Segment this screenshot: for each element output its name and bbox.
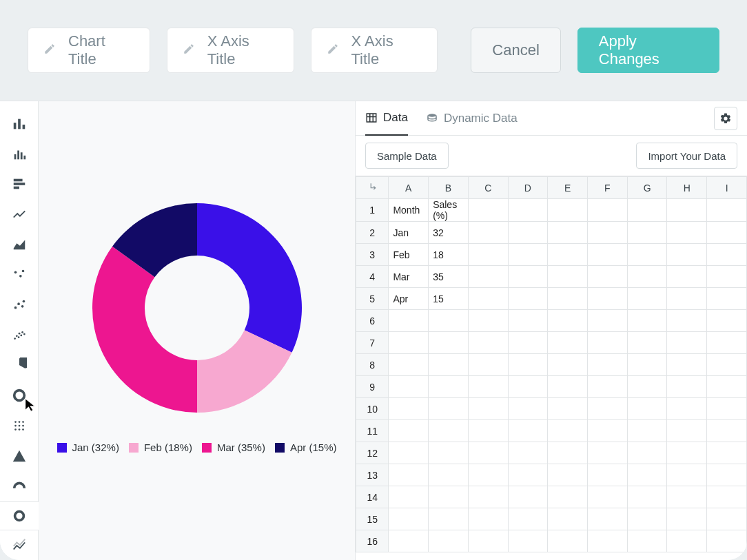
cell-C4[interactable] — [468, 266, 508, 288]
cell-I6[interactable] — [707, 310, 747, 332]
bar-chart-button[interactable] — [0, 110, 39, 138]
cell-A3[interactable]: Feb — [389, 244, 429, 266]
cell-G15[interactable] — [627, 508, 667, 530]
cell-G2[interactable] — [627, 222, 667, 244]
cell-A5[interactable]: Apr — [389, 288, 429, 310]
cell-A4[interactable]: Mar — [389, 266, 429, 288]
cell-H3[interactable] — [667, 244, 707, 266]
row-header-7[interactable]: 7 — [356, 332, 389, 354]
cell-H10[interactable] — [667, 398, 707, 420]
cell-B2[interactable]: 32 — [429, 222, 469, 244]
cell-D6[interactable] — [508, 310, 548, 332]
cell-A13[interactable] — [389, 464, 429, 486]
cell-I1[interactable] — [707, 199, 747, 222]
cell-G13[interactable] — [627, 464, 667, 486]
row-header-3[interactable]: 3 — [356, 244, 389, 266]
cell-C11[interactable] — [468, 420, 508, 442]
cell-A7[interactable] — [389, 332, 429, 354]
row-header-5[interactable]: 5 — [356, 288, 389, 310]
cell-G9[interactable] — [627, 376, 667, 398]
cell-G14[interactable] — [627, 486, 667, 508]
cell-E15[interactable] — [548, 508, 588, 530]
sample-data-button[interactable]: Sample Data — [365, 143, 449, 169]
cell-B13[interactable] — [429, 464, 469, 486]
cell-C13[interactable] — [468, 464, 508, 486]
bubble-chart-button[interactable] — [0, 291, 39, 320]
cell-H7[interactable] — [667, 332, 707, 354]
cell-E11[interactable] — [548, 420, 588, 442]
cell-B10[interactable] — [429, 398, 469, 420]
cell-I4[interactable] — [707, 266, 747, 288]
cell-C7[interactable] — [468, 332, 508, 354]
cell-A15[interactable] — [389, 508, 429, 530]
cell-I11[interactable] — [707, 420, 747, 442]
cell-C14[interactable] — [468, 486, 508, 508]
row-header-14[interactable]: 14 — [356, 486, 389, 508]
row-header-1[interactable]: 1 — [356, 199, 389, 222]
row-header-9[interactable]: 9 — [356, 376, 389, 398]
cancel-button[interactable]: Cancel — [471, 28, 560, 73]
cell-G11[interactable] — [627, 420, 667, 442]
cell-F4[interactable] — [588, 266, 628, 288]
cell-F15[interactable] — [588, 508, 628, 530]
cell-D8[interactable] — [508, 354, 548, 376]
cell-H1[interactable] — [667, 199, 707, 222]
row-header-2[interactable]: 2 — [356, 222, 389, 244]
cell-E9[interactable] — [548, 376, 588, 398]
cell-E3[interactable] — [548, 244, 588, 266]
sheet-corner[interactable] — [356, 177, 389, 199]
col-header-I[interactable]: I — [707, 177, 747, 199]
cell-G4[interactable] — [627, 266, 667, 288]
cell-B7[interactable] — [429, 332, 469, 354]
row-header-11[interactable]: 11 — [356, 420, 389, 442]
cell-D15[interactable] — [508, 508, 548, 530]
cell-H14[interactable] — [667, 486, 707, 508]
cell-I2[interactable] — [707, 222, 747, 244]
tab-dynamic-data[interactable]: Dynamic Data — [426, 101, 518, 136]
cell-I14[interactable] — [707, 486, 747, 508]
x-axis-title-input-1[interactable]: X Axis Title — [167, 28, 294, 73]
cell-I3[interactable] — [707, 244, 747, 266]
col-header-E[interactable]: E — [548, 177, 588, 199]
cell-B1[interactable]: Sales (%) — [429, 199, 469, 222]
cell-B16[interactable] — [429, 530, 469, 552]
cell-E12[interactable] — [548, 442, 588, 464]
gauge-chart-button[interactable] — [0, 472, 39, 501]
cell-B4[interactable]: 35 — [429, 266, 469, 288]
row-header-8[interactable]: 8 — [356, 354, 389, 376]
cell-I8[interactable] — [707, 354, 747, 376]
cell-D9[interactable] — [508, 376, 548, 398]
cell-A14[interactable] — [389, 486, 429, 508]
line-chart-button[interactable] — [0, 200, 39, 229]
cell-I15[interactable] — [707, 508, 747, 530]
row-header-12[interactable]: 12 — [356, 442, 389, 464]
cell-E16[interactable] — [548, 530, 588, 552]
cell-A9[interactable] — [389, 376, 429, 398]
cell-F6[interactable] — [588, 310, 628, 332]
cell-D4[interactable] — [508, 266, 548, 288]
cell-D14[interactable] — [508, 486, 548, 508]
cell-A12[interactable] — [389, 442, 429, 464]
cell-D12[interactable] — [508, 442, 548, 464]
cell-B12[interactable] — [429, 442, 469, 464]
cell-H12[interactable] — [667, 442, 707, 464]
cell-B9[interactable] — [429, 376, 469, 398]
cell-G12[interactable] — [627, 442, 667, 464]
chart-title-input[interactable]: Chart Title — [28, 28, 150, 73]
cell-D16[interactable] — [508, 530, 548, 552]
area-chart-button[interactable] — [0, 230, 39, 259]
cell-H15[interactable] — [667, 508, 707, 530]
cell-C10[interactable] — [468, 398, 508, 420]
pie-chart-button[interactable] — [0, 351, 39, 380]
cell-F8[interactable] — [588, 354, 628, 376]
row-header-10[interactable]: 10 — [356, 398, 389, 420]
cell-A1[interactable]: Month — [389, 199, 429, 222]
cell-I5[interactable] — [707, 288, 747, 310]
apply-changes-button[interactable]: Apply Changes — [577, 28, 719, 73]
ring-chart-button[interactable] — [0, 501, 39, 530]
cell-G10[interactable] — [627, 398, 667, 420]
column-chart-button[interactable] — [0, 140, 39, 169]
row-header-4[interactable]: 4 — [356, 266, 389, 288]
cell-E4[interactable] — [548, 266, 588, 288]
row-header-16[interactable]: 16 — [356, 530, 389, 552]
